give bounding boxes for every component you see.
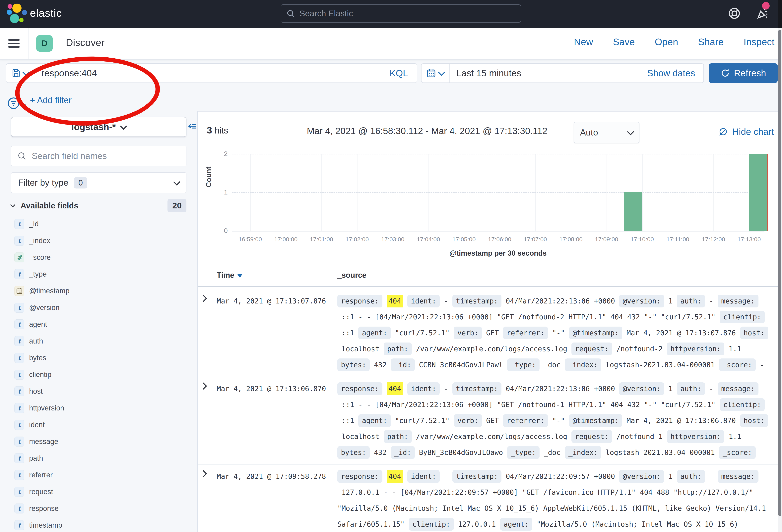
column-header-source[interactable]: _source xyxy=(337,271,366,279)
field-badge: ident: xyxy=(407,382,440,395)
field-item-bytes[interactable]: tbytes xyxy=(0,349,198,366)
expand-row-icon[interactable] xyxy=(200,383,207,389)
show-dates-button[interactable]: Show dates xyxy=(647,68,704,78)
field-name: _score xyxy=(29,253,51,262)
refresh-button[interactable]: Refresh xyxy=(709,63,778,83)
elastic-logo-icon[interactable] xyxy=(8,4,30,24)
index-pattern-select[interactable]: logstash-* xyxy=(11,117,186,137)
field-item-timestamp[interactable]: ttimestamp xyxy=(0,517,198,532)
help-icon[interactable] xyxy=(728,7,741,20)
string-type-icon: t xyxy=(14,403,24,413)
scrollbar-thumb[interactable] xyxy=(778,30,781,516)
field-badge: path: xyxy=(384,343,412,355)
column-header-time[interactable]: Time xyxy=(217,271,243,279)
field-name: message xyxy=(29,438,58,446)
field-badge: _index: xyxy=(565,358,602,371)
field-badge: response: xyxy=(337,382,383,395)
expand-row-icon[interactable] xyxy=(200,470,207,477)
appbar-action-save[interactable]: Save xyxy=(613,36,635,47)
field-badge: auth: xyxy=(677,295,705,307)
highlighted-match: 404 xyxy=(387,470,403,483)
string-type-icon: t xyxy=(14,370,24,380)
field-item-host[interactable]: thost xyxy=(0,383,198,400)
discover-app-badge[interactable]: D xyxy=(36,35,52,51)
field-name: _index xyxy=(29,236,50,245)
appbar-action-inspect[interactable]: Inspect xyxy=(744,36,774,47)
field-badge: @timestamp: xyxy=(569,414,623,427)
field-item-@timestamp[interactable]: @timestamp xyxy=(0,282,198,299)
field-name: path xyxy=(29,454,43,462)
date-picker[interactable]: Last 15 minutes Show dates xyxy=(421,63,704,83)
add-filter-button[interactable]: + Add filter xyxy=(30,95,72,105)
field-item-clientip[interactable]: tclientip xyxy=(0,366,198,383)
x-tick-label: 17:13:00 xyxy=(729,236,769,243)
query-language-button[interactable]: KQL xyxy=(381,68,417,78)
field-badge: agent: xyxy=(358,327,391,339)
menu-hamburger-icon[interactable] xyxy=(8,39,20,48)
field-badge: _id: xyxy=(391,446,415,459)
field-item-auth[interactable]: tauth xyxy=(0,333,198,349)
field-badge: referrer: xyxy=(503,414,548,427)
row-source: response: 404 ident: - timestamp: 04/Mar… xyxy=(337,468,774,532)
interval-select[interactable]: Auto xyxy=(574,122,639,143)
histogram-bar[interactable] xyxy=(749,154,767,231)
field-badge: timestamp: xyxy=(453,470,502,483)
field-badge: _index: xyxy=(565,446,602,459)
filter-divider xyxy=(21,104,26,105)
saved-query-menu[interactable] xyxy=(6,64,34,82)
hide-chart-button[interactable]: Hide chart xyxy=(719,126,774,137)
field-name: ident xyxy=(29,421,45,429)
field-name: @version xyxy=(29,303,60,312)
field-item-httpversion[interactable]: thttpversion xyxy=(0,400,198,416)
field-item-_id[interactable]: t_id xyxy=(0,216,198,232)
row-time: Mar 4, 2021 @ 17:13:06.870 xyxy=(217,381,326,397)
x-tick-label: 16:59:00 xyxy=(230,236,270,243)
field-name: bytes xyxy=(29,354,46,362)
x-tick-label: 17:03:00 xyxy=(373,236,413,243)
field-item-_type[interactable]: t_type xyxy=(0,266,198,282)
field-badge: clientip: xyxy=(409,518,454,531)
available-fields-header[interactable]: Available fields 20 xyxy=(11,199,186,213)
field-search-input[interactable]: Search field names xyxy=(11,146,186,166)
collapse-sidebar-icon[interactable] xyxy=(187,122,198,133)
field-item-request[interactable]: trequest xyxy=(0,483,198,500)
query-input[interactable]: response:404 xyxy=(41,68,381,78)
field-name: clientip xyxy=(29,370,51,379)
appbar-action-open[interactable]: Open xyxy=(655,36,678,47)
field-item-_index[interactable]: t_index xyxy=(0,232,198,249)
appbar-action-new[interactable]: New xyxy=(574,36,593,47)
filter-by-type-select[interactable]: Filter by type 0 xyxy=(11,173,186,193)
time-range-value[interactable]: Last 15 minutes xyxy=(456,68,647,78)
histogram-bar[interactable] xyxy=(624,192,642,231)
chevron-down-icon xyxy=(23,69,30,76)
field-badge: verb: xyxy=(454,414,482,427)
global-search-placeholder: Search Elastic xyxy=(299,9,353,18)
highlighted-match: 404 xyxy=(387,382,403,395)
calendar-icon xyxy=(427,69,436,78)
string-type-icon: t xyxy=(14,336,24,346)
field-item-ident[interactable]: tident xyxy=(0,416,198,433)
y-tick-label: 2 xyxy=(216,150,228,158)
field-item-message[interactable]: tmessage xyxy=(0,433,198,450)
date-quick-menu[interactable] xyxy=(422,64,450,82)
document-row: Mar 4, 2021 @ 17:13:07.876response: 404 … xyxy=(198,290,778,377)
expand-row-icon[interactable] xyxy=(200,295,207,302)
field-item-path[interactable]: tpath xyxy=(0,450,198,467)
field-item-response[interactable]: tresponse xyxy=(0,500,198,517)
field-name: @timestamp xyxy=(29,287,70,295)
field-item-agent[interactable]: tagent xyxy=(0,316,198,333)
table-header: Time _source xyxy=(198,269,778,286)
field-badge: _score: xyxy=(719,358,756,371)
histogram-chart[interactable]: 16:59:0017:00:0017:01:0017:02:0017:03:00… xyxy=(232,154,765,231)
field-item-_score[interactable]: #_score xyxy=(0,249,198,266)
field-item-@version[interactable]: t@version xyxy=(0,299,198,316)
global-search-input[interactable]: Search Elastic xyxy=(281,4,521,23)
field-item-referrer[interactable]: treferrer xyxy=(0,467,198,483)
x-tick-label: 17:02:00 xyxy=(337,236,377,243)
appbar-action-share[interactable]: Share xyxy=(698,36,723,47)
query-bar[interactable]: response:404 KQL xyxy=(6,63,417,83)
string-type-icon: t xyxy=(14,386,24,396)
filter-icon[interactable] xyxy=(7,97,20,110)
field-badge: auth: xyxy=(677,470,705,483)
scrollbar[interactable] xyxy=(778,0,782,532)
